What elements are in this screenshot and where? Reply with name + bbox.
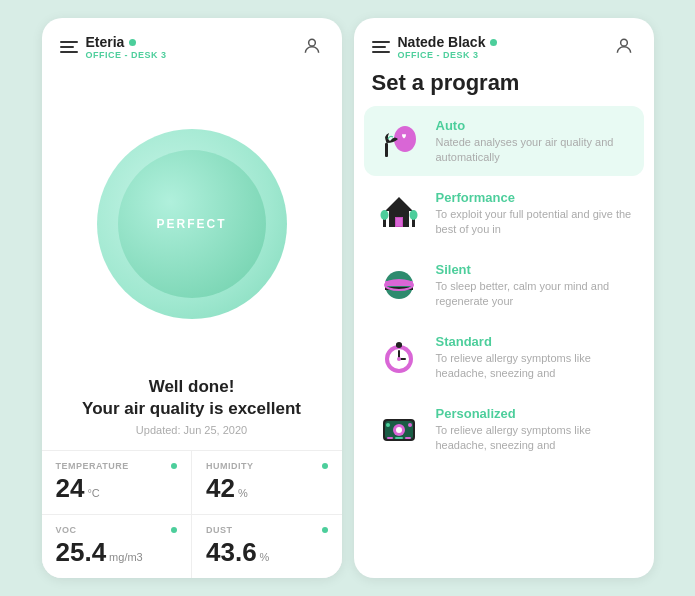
dust-label: DUST [206, 525, 233, 535]
humidity-value: 42 % [206, 473, 328, 504]
header-brand-group: Eteria OFFICE - DESK 3 [60, 34, 167, 60]
program-auto[interactable]: Auto Natede analyses your air quality an… [364, 106, 644, 176]
svg-point-18 [396, 342, 402, 348]
dust-value: 43.6 % [206, 537, 328, 568]
temp-label: TEMPERATURE [56, 461, 129, 471]
svg-point-9 [409, 210, 417, 220]
standard-name: Standard [436, 334, 634, 349]
right-header: Natede Black OFFICE - DESK 3 [354, 18, 654, 70]
right-brand-info: Natede Black OFFICE - DESK 3 [398, 34, 498, 60]
app-container: Eteria OFFICE - DESK 3 PERFECT [0, 0, 695, 596]
right-user-icon[interactable] [614, 36, 636, 58]
svg-point-0 [308, 39, 315, 46]
personalized-desc: To relieve allergy symptoms like headach… [436, 423, 634, 452]
metric-humidity: HUMIDITY 42 % [192, 451, 342, 514]
svg-point-1 [620, 39, 627, 46]
right-brand-name: Natede Black [398, 34, 498, 50]
svg-rect-29 [395, 437, 403, 439]
status-updated: Updated: Jun 25, 2020 [62, 424, 322, 436]
svg-rect-28 [387, 437, 393, 439]
program-personalized[interactable]: Personalized To relieve allergy symptoms… [364, 394, 644, 464]
right-online-dot [490, 39, 497, 46]
right-panel: Natede Black OFFICE - DESK 3 Set a progr… [354, 18, 654, 578]
air-quality-circle-area: PERFECT [42, 70, 342, 368]
humidity-dot [322, 463, 328, 469]
dust-dot [322, 527, 328, 533]
temp-value: 24 °C [56, 473, 178, 504]
personalized-info: Personalized To relieve allergy symptoms… [436, 406, 634, 452]
left-panel: Eteria OFFICE - DESK 3 PERFECT [42, 18, 342, 578]
standard-desc: To relieve allergy symptoms like headach… [436, 351, 634, 380]
right-brand-group: Natede Black OFFICE - DESK 3 [372, 34, 498, 60]
humidity-label: HUMIDITY [206, 461, 254, 471]
brand-name: Eteria [86, 34, 167, 50]
section-title: Set a program [354, 70, 654, 106]
right-brand-text: Natede Black [398, 34, 486, 50]
right-office-label: OFFICE - DESK 3 [398, 50, 498, 60]
silent-name: Silent [436, 262, 634, 277]
status-title: Well done! Your air quality is excellent [62, 376, 322, 420]
brand-info: Eteria OFFICE - DESK 3 [86, 34, 167, 60]
performance-name: Performance [436, 190, 634, 205]
status-text-area: Well done! Your air quality is excellent… [42, 368, 342, 442]
menu-icon[interactable] [60, 41, 78, 53]
inner-circle: PERFECT [118, 150, 266, 298]
auto-name: Auto [436, 118, 634, 133]
performance-info: Performance To exploit your full potenti… [436, 190, 634, 236]
silent-info: Silent To sleep better, calm your mind a… [436, 262, 634, 308]
left-header: Eteria OFFICE - DESK 3 [42, 18, 342, 70]
silent-desc: To sleep better, calm your mind and rege… [436, 279, 634, 308]
svg-point-27 [408, 423, 412, 427]
performance-desc: To exploit your full potential and give … [436, 207, 634, 236]
voc-value: 25.4 mg/m3 [56, 537, 178, 568]
program-standard[interactable]: Standard To relieve allergy symptoms lik… [364, 322, 644, 392]
auto-desc: Natede analyses your air quality and aut… [436, 135, 634, 164]
quality-label: PERFECT [156, 217, 226, 231]
svg-point-25 [396, 427, 402, 433]
program-silent[interactable]: Silent To sleep better, calm your mind a… [364, 250, 644, 320]
personalized-icon [374, 404, 424, 454]
svg-rect-3 [385, 143, 388, 157]
svg-point-7 [380, 210, 388, 220]
svg-rect-10 [396, 218, 402, 226]
svg-point-21 [397, 357, 401, 361]
voc-label: VOC [56, 525, 77, 535]
svg-rect-30 [405, 437, 411, 439]
program-performance[interactable]: Performance To exploit your full potenti… [364, 178, 644, 248]
metric-temperature: TEMPERATURE 24 °C [42, 451, 192, 514]
svg-point-26 [386, 423, 390, 427]
standard-icon [374, 332, 424, 382]
online-dot [129, 39, 136, 46]
user-icon[interactable] [302, 36, 324, 58]
personalized-name: Personalized [436, 406, 634, 421]
brand-text: Eteria [86, 34, 125, 50]
silent-icon [374, 260, 424, 310]
programs-list: Auto Natede analyses your air quality an… [354, 106, 654, 578]
metrics-grid: TEMPERATURE 24 °C HUMIDITY 42 % [42, 450, 342, 578]
outer-circle: PERFECT [97, 129, 287, 319]
performance-icon [374, 188, 424, 238]
right-menu-icon[interactable] [372, 41, 390, 53]
auto-icon [374, 116, 424, 166]
temp-dot [171, 463, 177, 469]
metric-dust: DUST 43.6 % [192, 515, 342, 578]
auto-info: Auto Natede analyses your air quality an… [436, 118, 634, 164]
standard-info: Standard To relieve allergy symptoms lik… [436, 334, 634, 380]
voc-dot [171, 527, 177, 533]
office-label: OFFICE - DESK 3 [86, 50, 167, 60]
metric-voc: VOC 25.4 mg/m3 [42, 515, 192, 578]
